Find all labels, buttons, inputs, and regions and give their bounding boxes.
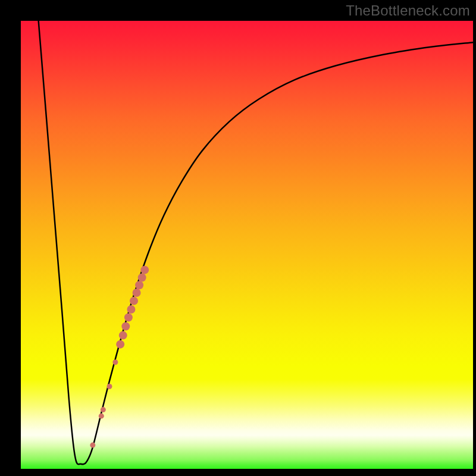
- data-marker: [138, 273, 146, 281]
- data-marker: [124, 313, 133, 321]
- data-marker: [130, 297, 138, 305]
- data-marker: [116, 340, 124, 349]
- data-markers: [21, 21, 473, 469]
- data-marker: [133, 289, 141, 297]
- chart-frame: TheBottleneck.com: [0, 0, 476, 476]
- data-marker: [107, 384, 112, 389]
- data-marker: [121, 322, 130, 331]
- data-marker: [140, 266, 149, 274]
- data-marker: [119, 331, 127, 340]
- data-marker: [112, 359, 118, 365]
- data-marker: [101, 407, 106, 412]
- plot-area: [21, 21, 473, 469]
- data-marker: [135, 281, 143, 289]
- watermark-text: TheBottleneck.com: [346, 2, 470, 19]
- data-marker: [99, 414, 104, 419]
- data-marker: [90, 443, 95, 448]
- data-marker: [127, 305, 135, 314]
